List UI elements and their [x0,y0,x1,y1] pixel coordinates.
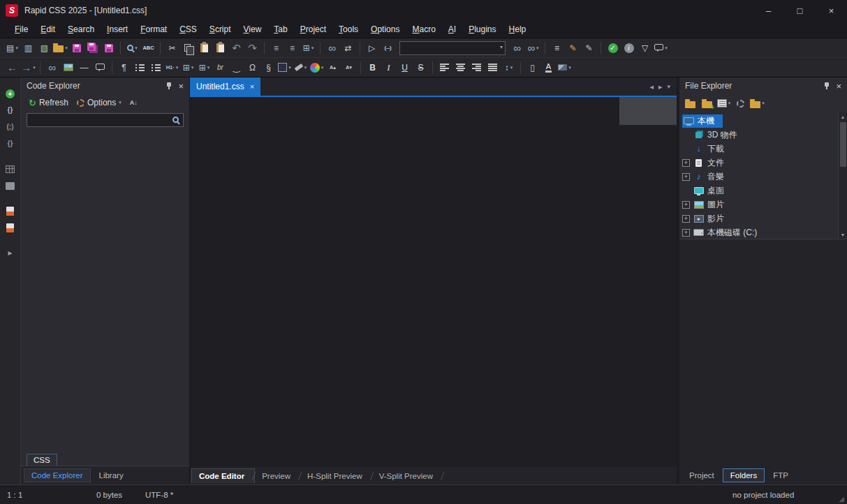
tab-list-icon[interactable]: ▾ [667,83,670,90]
view-mode-button[interactable] [716,96,732,112]
folders-dropdown-button[interactable] [749,96,765,112]
insert-table-button[interactable]: ⊞ [180,59,196,75]
menu-item[interactable]: Help [503,22,533,36]
scroll-tabs-right-icon[interactable]: ▸ [658,82,663,91]
expand-icon[interactable] [682,159,690,167]
tree-item-3d-objects[interactable]: 3D 物件 [682,128,837,142]
find-button[interactable]: ∞ [324,40,340,56]
highlight-color-button[interactable] [557,59,573,75]
close-tab-icon[interactable]: × [250,82,254,91]
bullet-list-button[interactable] [132,59,148,75]
toolbar-combobox[interactable] [399,41,506,55]
open-in-browser-button[interactable]: ▷ [364,40,380,56]
tab-folders[interactable]: Folders [723,468,765,482]
paint-brush-button[interactable] [293,59,309,75]
tree-item-this-pc[interactable]: 本機 [682,114,837,128]
insert-comment-button[interactable] [92,59,108,75]
forward-button[interactable]: → [20,59,36,75]
tab-code-explorer[interactable]: Code Explorer [24,468,91,482]
search-icon[interactable] [172,117,179,123]
tree-scrollbar[interactable]: ▲ ▼ [838,112,847,239]
paragraph-button[interactable]: ¶ [116,59,132,75]
open-file-button[interactable]: ▥ [20,40,36,56]
tree-item-c-drive[interactable]: 本機磁碟 (C:) [682,225,837,239]
hyperlink-button[interactable]: ∞ [44,59,60,75]
close-button[interactable]: × [816,0,847,21]
code-explorer-tree-area[interactable] [21,131,189,450]
menu-item[interactable]: Search [61,22,101,36]
expand-icon[interactable] [682,229,690,237]
maximize-button[interactable]: □ [784,0,816,21]
scroll-down-icon[interactable]: ▼ [841,230,846,239]
expand-icon[interactable] [682,215,690,223]
undo-button[interactable]: ↶ [228,40,244,56]
menu-item[interactable]: Project [294,22,332,36]
pin-icon[interactable] [823,82,830,91]
decrease-font-button[interactable]: A▾ [341,59,357,75]
redo-button[interactable]: ↷ [244,40,260,56]
special-character-button[interactable]: Ω [244,59,260,75]
numbered-list-button[interactable] [148,59,164,75]
save-all-button[interactable] [84,40,101,56]
info-button[interactable] [621,40,637,56]
outdent-button[interactable]: ≡ [268,40,284,56]
options-button[interactable]: Options ▾ [73,96,125,109]
menu-item[interactable]: Tab [267,22,293,36]
menu-item[interactable]: CSS [173,22,203,36]
code-snippet-button[interactable]: (--) [380,40,396,56]
tab-code-editor[interactable]: Code Editor [191,468,255,483]
cut-button[interactable]: ✂ [164,40,180,56]
close-panel-icon[interactable]: × [177,82,185,91]
file-list-area[interactable] [679,239,847,466]
dock-expand-icon[interactable]: ▸ [1,245,20,260]
open-folder-button[interactable] [52,40,68,56]
page-properties-button[interactable]: ▯ [524,59,540,75]
tab-h-split-preview[interactable]: H-Split Preview [300,469,372,483]
edit-code-button[interactable]: ✎ [581,40,597,56]
menu-item[interactable]: Options [364,22,406,36]
menu-item[interactable]: Format [134,22,173,36]
non-breaking-space-button[interactable]: ‿ [228,59,244,75]
tab-v-split-preview[interactable]: V-Split Preview [372,469,443,483]
menu-item[interactable]: Script [203,22,237,36]
dock-html-doc2-icon[interactable] [1,220,20,235]
underline-button[interactable]: U [397,59,413,75]
tab-library[interactable]: Library [92,469,131,482]
scrollbar-thumb[interactable] [840,122,846,167]
line-spacing-button[interactable]: ↕ [501,59,517,75]
color-wheel-button[interactable] [309,59,325,75]
dock-html-doc-icon[interactable] [1,203,20,218]
search-button[interactable] [124,40,140,56]
pin-icon[interactable] [165,82,172,91]
indent-button[interactable]: ≡ [284,40,300,56]
menu-item[interactable]: Plugins [462,22,502,36]
document-tab-untitled1[interactable]: Untitled1.css × [190,77,260,96]
dock-panel-icon[interactable] [1,178,20,193]
replace-button[interactable]: ⇄ [340,40,356,56]
minimize-button[interactable]: – [753,0,784,21]
menu-item[interactable]: Edit [34,22,61,36]
heading-button[interactable]: H1· [164,59,180,75]
format-code-button[interactable]: ≡ [549,40,565,56]
tree-item-pictures[interactable]: 圖片 [682,198,837,212]
dock-table-icon[interactable] [1,161,20,177]
table-properties-button[interactable]: ⊞ [196,59,212,75]
align-left-button[interactable] [436,59,452,75]
paste-button[interactable] [196,40,212,56]
tree-item-documents[interactable]: 文件 [682,156,837,170]
tree-item-music[interactable]: 音樂 [682,170,837,184]
insert-image-button[interactable] [60,59,76,75]
strikethrough-button[interactable]: S [413,59,429,75]
css-scope-tab[interactable]: CSS [27,454,57,466]
align-center-button[interactable] [452,59,469,75]
bold-button[interactable]: B [364,59,381,75]
horizontal-rule-button[interactable]: — [76,59,92,75]
align-right-button[interactable] [469,59,485,75]
menu-item[interactable]: File [8,22,34,36]
find-in-files-button[interactable]: ∞ [509,40,525,56]
color-swatch-button[interactable] [277,59,293,75]
dock-new-style-icon[interactable] [1,86,20,101]
table-view-button[interactable]: ⊞ [300,40,316,56]
close-panel-icon[interactable]: × [834,82,843,91]
back-button[interactable]: ← [4,59,20,75]
